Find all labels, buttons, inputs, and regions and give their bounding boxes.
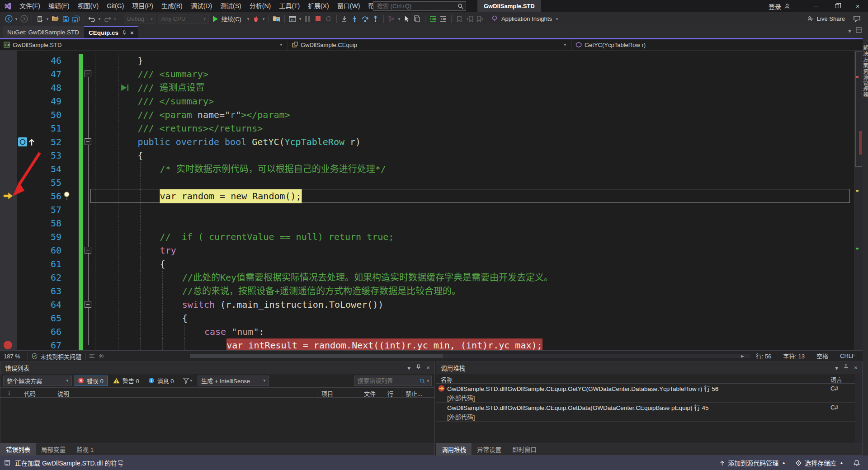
restore-button[interactable]: [826, 0, 847, 12]
new-item-button[interactable]: [35, 14, 45, 24]
break-all-button[interactable]: [288, 14, 297, 24]
line-number[interactable]: 60: [17, 244, 61, 257]
new-item-dropdown[interactable]: ▾: [45, 17, 50, 21]
error-list-body[interactable]: [0, 398, 434, 443]
errors-filter-button[interactable]: 错误 0: [74, 376, 108, 386]
fold-collapse-box[interactable]: [85, 138, 91, 145]
error-list-tab-0[interactable]: 错误列表: [0, 443, 36, 456]
hot-reload-dropdown[interactable]: ▾: [261, 17, 266, 21]
pause-button[interactable]: [303, 14, 313, 24]
step-out-button[interactable]: [371, 14, 381, 24]
code-line-52[interactable]: 52public override bool GetYC(YcpTableRow…: [0, 135, 854, 149]
document-tab-1[interactable]: CEquip.cs×: [84, 26, 138, 38]
line-ending-indicator[interactable]: CRLF: [840, 352, 855, 359]
build-intellisense-select[interactable]: 生成 + IntelliSense▾: [198, 376, 269, 386]
error-list-search-input[interactable]: [357, 377, 420, 385]
save-button[interactable]: [61, 14, 71, 24]
caret-column-indicator[interactable]: 字符: 13: [783, 352, 805, 360]
document-health-icon[interactable]: 未找到相关问题: [32, 352, 81, 361]
name-column-header[interactable]: 名称: [441, 375, 453, 384]
previous-bookmark-button[interactable]: [465, 14, 475, 24]
menu-item-10[interactable]: 扩展(X): [304, 0, 333, 12]
next-bookmark-button[interactable]: [475, 14, 485, 24]
indentation-indicator[interactable]: 空格: [816, 352, 828, 360]
feedback-button[interactable]: [852, 14, 862, 24]
code-line-59[interactable]: 59// if (_currentValue == null) return t…: [0, 230, 854, 244]
syntax-dropdown[interactable]: ▾: [397, 17, 401, 21]
caret-line-indicator[interactable]: 行: 56: [756, 352, 772, 360]
code-line-58[interactable]: 58: [0, 216, 854, 230]
solution-explorer-collapsed-tab[interactable]: 解决方案资源管理器: [862, 45, 868, 98]
error-list-search-box[interactable]: ▾: [354, 376, 432, 386]
breadcrumb-project-dropdown[interactable]: ▾: [280, 42, 284, 47]
close-pane-icon[interactable]: ×: [426, 364, 430, 371]
stack-frame-2[interactable]: GwDllSample.STD.dll!GwDllSample.CEquip.G…: [436, 403, 862, 412]
column-header-1[interactable]: 说明: [57, 389, 69, 398]
hot-reload-button[interactable]: [251, 14, 261, 24]
line-number[interactable]: 51: [17, 122, 61, 135]
error-list-title-bar[interactable]: 错误列表 ▾ ×: [0, 362, 434, 374]
line-number[interactable]: 62: [17, 271, 61, 284]
error-scope-select[interactable]: 整个解决方案▾: [3, 376, 72, 386]
code-editor[interactable]: 46}47/// <summary>48/// 遥测点设置49/// </sum…: [0, 51, 863, 350]
pin-icon[interactable]: [416, 364, 421, 371]
editor-settings-gear-icon[interactable]: [99, 353, 104, 359]
application-insights-button[interactable]: Application Insights: [491, 14, 554, 24]
menu-item-1[interactable]: 编辑(E): [44, 0, 74, 12]
code-line-62[interactable]: 62//此处的Key值需要根据实际情况去处理。如果构造实时数据缓存字典是需要由开…: [0, 271, 854, 284]
call-stack-title-bar[interactable]: 调用堆栈 ▾ ×: [436, 362, 862, 374]
menu-item-0[interactable]: 文件(F): [15, 0, 44, 12]
stack-frame-3[interactable]: [外部代码]: [436, 412, 862, 422]
step-over-button[interactable]: [360, 14, 370, 24]
code-line-63[interactable]: 63//总的来说，按照设备+遥测遥信的方式构造缓存数据是比较合理的。: [0, 284, 854, 298]
call-stack-tab-1[interactable]: 异常设置: [472, 443, 507, 456]
quick-actions-lightbulb-icon[interactable]: [63, 191, 70, 200]
search-input[interactable]: [376, 2, 458, 10]
menu-item-6[interactable]: 调试(D): [187, 0, 216, 12]
code-line-51[interactable]: 51/// <returns></returns>: [0, 122, 854, 135]
save-all-button[interactable]: [71, 14, 81, 24]
fold-collapse-box[interactable]: [85, 247, 91, 254]
editor-horizontal-scrollbar[interactable]: [190, 354, 750, 358]
code-line-50[interactable]: 50/// <param name="r"></param>: [0, 108, 854, 122]
live-share-button[interactable]: Live Share: [806, 14, 847, 24]
warnings-filter-button[interactable]: 警告 0: [109, 376, 143, 386]
breadcrumb-project[interactable]: C# GwDllSample.STD ▾: [0, 39, 288, 50]
call-stack-tab-0[interactable]: 调用堆栈: [436, 443, 472, 456]
breadcrumb-member[interactable]: GetYC(YcpTableRow r): [572, 39, 863, 50]
toggle-bookmark-button[interactable]: [454, 14, 464, 24]
line-number[interactable]: 46: [17, 54, 61, 67]
increase-indent-button[interactable]: [439, 14, 448, 24]
add-to-source-control-button[interactable]: 添加到源代码管理 ▲: [720, 458, 786, 467]
line-number[interactable]: 48: [17, 81, 61, 94]
breakpoint-icon[interactable]: [4, 341, 12, 349]
step-into-button[interactable]: [350, 14, 360, 24]
redo-button[interactable]: [102, 14, 112, 24]
line-number[interactable]: 47: [17, 67, 61, 81]
column-header-5[interactable]: 禁止...: [406, 389, 422, 398]
column-header-0[interactable]: 代码: [24, 389, 36, 398]
breadcrumb-type-dropdown[interactable]: ▾: [564, 42, 568, 47]
continue-dropdown[interactable]: ▾: [246, 17, 250, 21]
solution-configurations-select[interactable]: Debug▾: [124, 14, 156, 24]
severity-sort-icon[interactable]: ↕: [8, 389, 11, 396]
restart-button[interactable]: [324, 14, 334, 24]
close-pane-icon[interactable]: ×: [854, 364, 858, 371]
line-number[interactable]: 67: [17, 338, 61, 350]
line-number[interactable]: 57: [17, 203, 61, 216]
continue-button[interactable]: 继续(C): [210, 14, 245, 24]
line-number[interactable]: 65: [17, 311, 61, 325]
code-line-49[interactable]: 49/// </summary>: [0, 94, 854, 108]
notifications-bell-icon[interactable]: [854, 460, 860, 466]
line-number[interactable]: 64: [17, 298, 61, 311]
redo-dropdown[interactable]: ▾: [113, 17, 117, 21]
code-line-47[interactable]: 47/// <summary>: [0, 67, 854, 81]
document-outline-button[interactable]: [412, 14, 422, 24]
line-number[interactable]: 66: [17, 325, 61, 338]
column-header-3[interactable]: 文件: [364, 389, 376, 398]
code-line-66[interactable]: 66case "num":: [0, 325, 854, 338]
application-insights-dropdown[interactable]: ▾: [555, 17, 559, 21]
code-line-65[interactable]: 65{: [0, 311, 854, 325]
code-line-57[interactable]: 57: [0, 203, 854, 216]
zoom-level-select[interactable]: 187 %: [0, 353, 24, 360]
